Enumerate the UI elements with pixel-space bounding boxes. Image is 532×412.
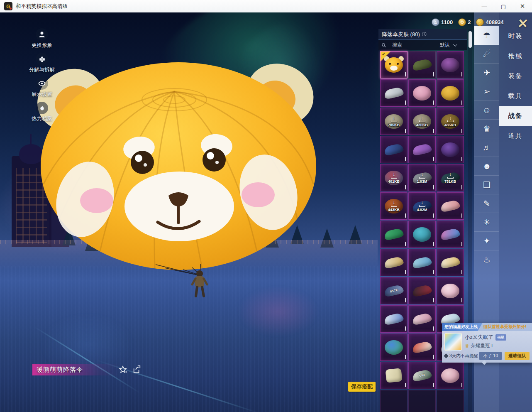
download-size: 430KB bbox=[416, 123, 428, 127]
subtab-victory-feast[interactable]: ♨ bbox=[474, 250, 499, 269]
skin-item[interactable] bbox=[437, 136, 464, 163]
tab-vehicles[interactable]: 载具 bbox=[499, 86, 532, 106]
subtab-plane-finish[interactable]: ➢ bbox=[474, 82, 499, 101]
skin-item[interactable] bbox=[380, 136, 408, 163]
skin-thumbnail bbox=[412, 284, 432, 297]
skin-item[interactable]: ✓ bbox=[380, 51, 408, 78]
cell-indicator bbox=[433, 270, 434, 274]
skin-item[interactable] bbox=[380, 79, 408, 107]
skin-item[interactable] bbox=[408, 51, 436, 78]
skin-thumbnail bbox=[413, 86, 431, 101]
skin-thumbnail bbox=[441, 368, 459, 383]
tab-battle-gear[interactable]: 战备 bbox=[499, 106, 532, 126]
subtab-voice[interactable]: ♬ bbox=[474, 138, 499, 157]
skin-item[interactable] bbox=[408, 249, 436, 276]
subtab-glider[interactable]: ✈ bbox=[474, 64, 499, 82]
cell-indicator bbox=[433, 101, 434, 105]
skin-item[interactable]: ↓401KB bbox=[380, 164, 408, 191]
subtab-gesture[interactable]: ✳ bbox=[474, 213, 499, 232]
skin-thumbnail bbox=[440, 256, 461, 269]
info-icon[interactable]: ⓘ bbox=[422, 31, 427, 37]
parachute-balloon-preview[interactable] bbox=[15, 60, 317, 318]
skin-thumbnail bbox=[441, 86, 459, 101]
skin-item[interactable]: ↓705KB bbox=[380, 108, 408, 135]
panel-title: 降落伞皮肤 (80) bbox=[382, 31, 420, 38]
subtab-companion[interactable]: ☻ bbox=[474, 157, 499, 176]
skin-item[interactable] bbox=[380, 334, 408, 361]
window-titlebar: G 和平精英模拟器高清版 — ▢ ✕ bbox=[0, 0, 532, 12]
friend-rank: 荣耀皇冠 I bbox=[471, 343, 493, 349]
skin-item[interactable]: SS25 bbox=[380, 277, 408, 304]
close-window-button[interactable]: ✕ bbox=[513, 0, 532, 12]
tab-equipment[interactable]: 装备 bbox=[499, 66, 532, 86]
skin-item[interactable]: ↓485KB bbox=[437, 108, 464, 135]
subtab-skydive-trail[interactable]: ☄ bbox=[474, 45, 499, 64]
skin-item[interactable] bbox=[380, 305, 408, 333]
skin-item[interactable] bbox=[380, 221, 408, 248]
skin-item[interactable] bbox=[408, 334, 436, 361]
empty-cell bbox=[408, 390, 436, 412]
skin-item[interactable] bbox=[380, 362, 408, 389]
app-icon: G bbox=[4, 2, 12, 10]
close-screen-button[interactable]: ✕ bbox=[514, 15, 532, 32]
minimize-button[interactable]: — bbox=[475, 0, 494, 12]
subtab-parachute[interactable]: ☂ bbox=[474, 26, 499, 45]
dismiss-3days-checkbox[interactable]: 3天内不再提醒 bbox=[444, 353, 478, 359]
popup-headline: 组队首胜享受额外加分! bbox=[483, 324, 526, 330]
cell-indicator bbox=[461, 242, 462, 246]
download-badge: ↓4.02M bbox=[409, 193, 435, 219]
decline-button[interactable]: 不了 10 bbox=[479, 352, 502, 360]
skin-item[interactable] bbox=[437, 249, 464, 276]
subtab-photo-frame[interactable]: ❏ bbox=[474, 176, 499, 194]
skin-item[interactable] bbox=[437, 277, 464, 304]
skin-item[interactable] bbox=[408, 221, 436, 248]
skin-item[interactable] bbox=[437, 192, 464, 220]
sidebar-item-heat-archive[interactable]: 热力档案 bbox=[26, 102, 58, 123]
skin-item[interactable] bbox=[380, 249, 408, 276]
skin-item[interactable] bbox=[437, 362, 464, 389]
left-sidebar: 更换形象 分解与拆解 展示设置 热力档案 bbox=[26, 28, 58, 123]
skin-item[interactable]: ↓443KB bbox=[380, 192, 408, 220]
sidebar-item-display-settings[interactable]: 展示设置 bbox=[26, 77, 58, 98]
skin-item[interactable] bbox=[408, 277, 436, 304]
skin-item[interactable] bbox=[437, 221, 464, 248]
skin-item[interactable]: ↓751KB bbox=[437, 164, 464, 191]
sort-dropdown[interactable]: 默认 bbox=[428, 40, 467, 50]
skin-item[interactable]: ↓430KB bbox=[408, 108, 436, 135]
skin-item[interactable] bbox=[437, 51, 464, 78]
search-input[interactable]: 搜索 bbox=[378, 40, 428, 50]
download-arrow-icon: ↓ bbox=[421, 116, 423, 120]
cell-indicator bbox=[433, 242, 434, 246]
skin-thumbnail bbox=[441, 142, 459, 157]
maximize-button[interactable]: ▢ bbox=[494, 0, 513, 12]
skin-item[interactable] bbox=[408, 305, 436, 333]
skydive-trail-icon: ☄ bbox=[483, 49, 491, 59]
share-icon[interactable] bbox=[132, 365, 142, 375]
subtab-magic-wand[interactable]: ✦ bbox=[474, 232, 499, 250]
skin-item[interactable] bbox=[408, 136, 436, 163]
skin-item[interactable] bbox=[437, 79, 464, 107]
skin-item[interactable]: ↓1.03M bbox=[408, 164, 436, 191]
sidebar-item-change-appearance[interactable]: 更换形象 bbox=[26, 28, 58, 49]
scrollbar-thumb[interactable] bbox=[469, 31, 472, 48]
download-badge: ↓705KB bbox=[381, 108, 407, 135]
spray-paint-icon: ✎ bbox=[483, 199, 491, 208]
currency-bar: ♙1100✪2⚡408934 bbox=[432, 17, 502, 27]
skin-item[interactable]: ↓4.02M bbox=[408, 192, 436, 220]
subtab-spray-paint[interactable]: ✎ bbox=[474, 194, 499, 213]
skin-item[interactable] bbox=[408, 79, 436, 107]
download-size: 443KB bbox=[388, 208, 400, 212]
subtab-avatar-frame[interactable]: ♛ bbox=[474, 120, 499, 138]
favorite-star-icon[interactable] bbox=[118, 365, 128, 375]
currency-value: 2 bbox=[468, 19, 471, 25]
skin-thumbnail bbox=[385, 368, 402, 383]
tab-weapons[interactable]: 枪械 bbox=[499, 46, 532, 66]
save-outfit-button[interactable]: 保存搭配 bbox=[348, 382, 376, 392]
invite-team-button[interactable]: 邀请组队 bbox=[505, 352, 530, 360]
tab-props[interactable]: 道具 bbox=[499, 126, 532, 146]
cell-indicator bbox=[433, 298, 434, 302]
skin-item[interactable]: SS2 bbox=[408, 362, 436, 389]
sidebar-item-dismantle[interactable]: 分解与拆解 bbox=[26, 53, 58, 74]
lucky-star-badge: 福星 bbox=[495, 334, 506, 341]
subtab-emote[interactable]: ☺ bbox=[474, 101, 499, 120]
